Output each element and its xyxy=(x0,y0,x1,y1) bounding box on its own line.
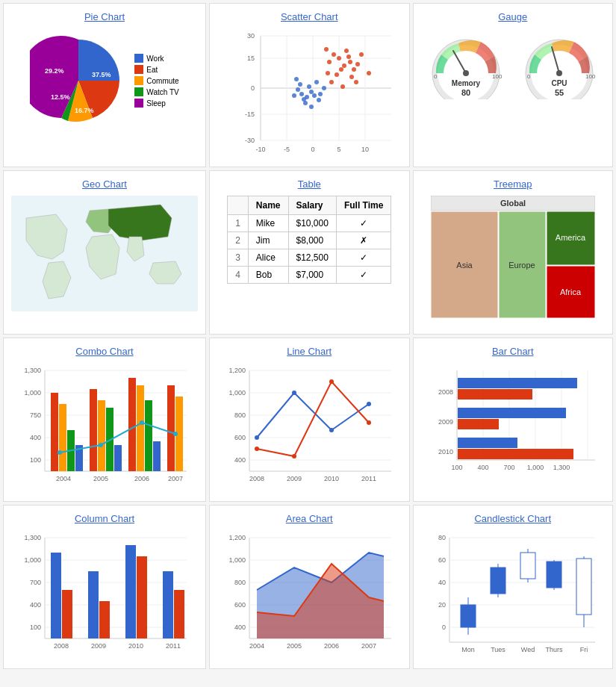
column-svg: 1,300 1,000 700 400 100 2008 2009 2010 2… xyxy=(15,530,194,661)
svg-text:Thurs: Thurs xyxy=(545,646,563,653)
svg-rect-186 xyxy=(174,590,184,638)
svg-text:2006: 2006 xyxy=(134,475,149,482)
svg-text:Global: Global xyxy=(500,199,526,208)
pie-chart-card: Pie Chart 37.5% 16.7% 12.5% 29.2% xyxy=(3,3,206,167)
svg-text:-10: -10 xyxy=(256,146,266,153)
scatter-chart-title[interactable]: Scatter Chart xyxy=(281,11,338,22)
svg-text:0: 0 xyxy=(311,146,315,153)
legend-sleep: Sleep xyxy=(134,99,178,108)
svg-point-50 xyxy=(346,55,351,59)
svg-text:Wed: Wed xyxy=(521,646,535,653)
bar-chart-title[interactable]: Bar Chart xyxy=(492,346,534,357)
svg-text:1,200: 1,200 xyxy=(229,534,246,541)
legend-eat: Eat xyxy=(134,65,178,74)
table-row: 2 Jim $8,000 ✗ xyxy=(228,232,391,249)
svg-rect-224 xyxy=(491,568,505,594)
svg-rect-163 xyxy=(458,408,566,418)
svg-text:2005: 2005 xyxy=(93,475,108,482)
svg-rect-180 xyxy=(62,590,72,638)
svg-text:700: 700 xyxy=(503,464,514,471)
svg-text:400: 400 xyxy=(234,456,246,464)
svg-text:Fri: Fri xyxy=(580,646,588,653)
svg-text:Europe: Europe xyxy=(508,261,535,270)
svg-text:100: 100 xyxy=(492,73,503,80)
table-col-fulltime: Full Time xyxy=(336,196,391,215)
svg-text:800: 800 xyxy=(234,411,246,419)
table-row: 1 Mike $10,000 ✓ xyxy=(228,215,391,232)
svg-text:400: 400 xyxy=(30,434,41,441)
table-col-name: Name xyxy=(248,196,288,215)
table-row: 3 Alice $12,500 ✓ xyxy=(228,249,391,267)
pie-chart-title[interactable]: Pie Chart xyxy=(84,11,125,22)
svg-point-45 xyxy=(344,49,349,53)
row-salary: $8,000 xyxy=(288,232,336,249)
svg-point-32 xyxy=(317,98,321,102)
chart-grid: Pie Chart 37.5% 16.7% 12.5% 29.2% xyxy=(0,0,616,672)
svg-text:100: 100 xyxy=(30,456,41,464)
svg-text:1,000: 1,000 xyxy=(24,389,41,397)
svg-rect-104 xyxy=(90,389,97,471)
svg-text:2010: 2010 xyxy=(128,642,143,650)
candlestick-svg: 80 60 40 20 0 Mon Tues Wed Thurs F xyxy=(423,530,603,661)
pie-svg: 37.5% 16.7% 12.5% 29.2% xyxy=(30,32,127,129)
svg-text:60: 60 xyxy=(438,556,446,564)
pie-chart-container: 37.5% 16.7% 12.5% 29.2% Work Eat Commute xyxy=(30,32,178,129)
svg-rect-165 xyxy=(458,438,517,448)
treemap-title[interactable]: Treemap xyxy=(494,178,532,190)
table-title[interactable]: Table xyxy=(298,178,321,190)
svg-rect-164 xyxy=(458,419,499,429)
svg-point-134 xyxy=(255,435,259,440)
gauge-chart-title[interactable]: Gauge xyxy=(498,11,527,22)
svg-text:600: 600 xyxy=(234,434,246,441)
svg-text:2009: 2009 xyxy=(287,475,302,482)
svg-text:80: 80 xyxy=(438,534,446,541)
legend-commute: Commute xyxy=(134,76,178,85)
svg-text:2008: 2008 xyxy=(54,642,69,650)
svg-text:2007: 2007 xyxy=(361,642,376,650)
svg-point-117 xyxy=(173,432,178,436)
svg-text:10: 10 xyxy=(361,146,369,153)
svg-point-51 xyxy=(355,62,360,66)
svg-text:12.5%: 12.5% xyxy=(51,93,70,101)
combo-chart-card: Combo Chart 1,300 1,000 750 400 100 xyxy=(3,338,206,502)
svg-point-41 xyxy=(342,63,346,68)
bar-chart-card: Bar Chart 2008 2009 2010 100 400 700 1,0… xyxy=(413,338,614,502)
row-num: 4 xyxy=(228,267,249,284)
svg-point-136 xyxy=(329,428,334,432)
svg-point-56 xyxy=(324,47,329,52)
svg-text:40: 40 xyxy=(438,579,446,586)
row-salary: $10,000 xyxy=(288,215,336,232)
row-fulltime: ✗ xyxy=(336,232,391,249)
svg-rect-183 xyxy=(125,545,136,638)
svg-text:1,300: 1,300 xyxy=(553,464,570,471)
svg-text:-15: -15 xyxy=(245,111,255,118)
svg-rect-185 xyxy=(163,571,173,638)
combo-chart-title[interactable]: Combo Chart xyxy=(75,346,133,357)
table-col-num xyxy=(228,196,249,215)
svg-text:750: 750 xyxy=(30,411,41,419)
scatter-svg: 30 15 0 -15 -30 -10 -5 0 5 10 xyxy=(223,28,395,159)
geo-chart-card: Geo Chart xyxy=(3,170,206,335)
area-chart-title[interactable]: Area Chart xyxy=(286,513,333,524)
line-chart-title[interactable]: Line Chart xyxy=(287,346,332,357)
svg-text:2011: 2011 xyxy=(361,475,376,482)
svg-point-55 xyxy=(359,52,364,57)
svg-point-34 xyxy=(303,101,308,105)
svg-text:Mon: Mon xyxy=(461,646,475,653)
svg-text:37.5%: 37.5% xyxy=(92,71,111,78)
table-col-salary: Salary xyxy=(288,196,336,215)
column-chart-title[interactable]: Column Chart xyxy=(75,513,134,524)
svg-point-48 xyxy=(326,71,330,75)
cpu-gauge-svg: CPU 0 100 55 xyxy=(518,32,600,99)
svg-text:20: 20 xyxy=(438,601,446,609)
svg-text:29.2%: 29.2% xyxy=(45,67,64,75)
svg-text:600: 600 xyxy=(234,601,246,609)
row-num: 2 xyxy=(228,232,249,249)
column-chart-card: Column Chart 1,300 1,000 700 400 100 xyxy=(3,505,206,669)
svg-point-37 xyxy=(318,92,323,96)
svg-text:100: 100 xyxy=(585,73,596,80)
row-name: Bob xyxy=(248,267,288,284)
candlestick-chart-title[interactable]: Candlestick Chart xyxy=(474,513,551,524)
geo-chart-title[interactable]: Geo Chart xyxy=(82,178,127,190)
treemap-svg: Global Asia Europe America Africa xyxy=(431,196,595,319)
